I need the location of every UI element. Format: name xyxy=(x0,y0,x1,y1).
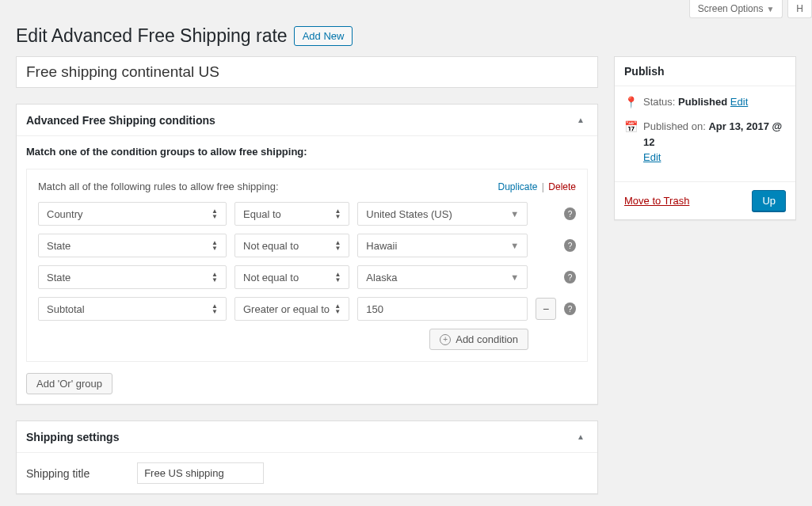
chevron-down-icon: ▼ xyxy=(766,5,774,13)
rule-value-input-wrap xyxy=(357,297,528,321)
help-toggle[interactable]: H xyxy=(787,0,812,18)
update-button[interactable]: Up xyxy=(752,190,786,211)
help-icon[interactable]: ? xyxy=(564,207,576,220)
help-icon[interactable]: ? xyxy=(564,271,576,283)
published-on-label: Published on: xyxy=(643,120,706,132)
remove-rule-button[interactable]: − xyxy=(536,298,556,320)
rule-field-value: Country xyxy=(47,208,83,220)
collapse-toggle-icon[interactable]: ▲ xyxy=(574,429,588,444)
rule-value-select[interactable]: United States (US) ▼ xyxy=(357,202,528,226)
collapse-toggle-icon[interactable]: ▲ xyxy=(574,112,588,127)
rule-value-select[interactable]: Alaska ▼ xyxy=(357,265,528,289)
chevron-down-icon: ▼ xyxy=(510,209,519,219)
status-value: Published xyxy=(678,96,727,108)
chevron-down-icon: ▼ xyxy=(510,272,519,282)
rule-value: United States (US) xyxy=(366,208,452,220)
rule-field-select[interactable]: State ▲▼ xyxy=(38,265,227,289)
shipping-settings-heading: Shipping settings xyxy=(26,431,119,443)
rule-value: Alaska xyxy=(366,272,397,283)
screen-options-toggle[interactable]: Screen Options ▼ xyxy=(689,0,783,18)
post-title-input[interactable] xyxy=(16,56,598,88)
help-icon[interactable]: ? xyxy=(564,239,576,252)
shipping-title-input[interactable] xyxy=(137,462,264,484)
rule-field-value: State xyxy=(47,240,71,252)
separator: | xyxy=(542,181,544,192)
rule-operator-select[interactable]: Not equal to ▲▼ xyxy=(234,234,349,257)
rule-value-select[interactable]: Hawaii ▼ xyxy=(357,234,528,257)
rule-value: Hawaii xyxy=(366,240,397,252)
sort-icon: ▲▼ xyxy=(212,303,218,314)
group-actions: Duplicate | Delete xyxy=(497,181,576,192)
rule-operator-value: Not equal to xyxy=(243,240,299,252)
rule-field-value: Subtotal xyxy=(47,303,85,315)
publish-postbox: Publish 📍 Status: Published Edit 📅 Publi… xyxy=(614,56,796,220)
shipping-title-label: Shipping title xyxy=(26,467,90,480)
sort-icon: ▲▼ xyxy=(334,208,341,219)
edit-status-link[interactable]: Edit xyxy=(730,96,748,108)
rule-operator-value: Equal to xyxy=(243,208,281,220)
plus-icon: + xyxy=(440,334,451,345)
condition-group: Match all of the following rules to allo… xyxy=(26,169,588,362)
move-to-trash-link[interactable]: Move to Trash xyxy=(624,195,689,207)
page-title: Edit Advanced Free Shipping rate xyxy=(16,25,288,47)
rule-operator-value: Not equal to xyxy=(243,272,299,283)
add-or-group-button[interactable]: Add 'Or' group xyxy=(26,373,112,394)
rule-value-input[interactable] xyxy=(366,298,519,320)
sort-icon: ▲▼ xyxy=(334,272,341,283)
pin-icon: 📍 xyxy=(624,94,637,111)
conditions-heading: Advanced Free Shipping conditions xyxy=(26,114,215,127)
publish-heading: Publish xyxy=(624,65,665,78)
edit-date-link[interactable]: Edit xyxy=(643,151,661,163)
rule-operator-value: Greater or equal to xyxy=(243,303,330,315)
help-label: H xyxy=(796,3,803,14)
rule-operator-select[interactable]: Greater or equal to ▲▼ xyxy=(234,297,349,321)
rule-field-select[interactable]: Subtotal ▲▼ xyxy=(38,297,227,321)
conditions-postbox: Advanced Free Shipping conditions ▲ Matc… xyxy=(16,104,598,405)
rule-row: Country ▲▼ Equal to ▲▼ United States (US… xyxy=(38,202,576,226)
screen-options-label: Screen Options xyxy=(698,3,764,14)
help-icon[interactable]: ? xyxy=(564,302,576,315)
sort-icon: ▲▼ xyxy=(334,240,341,251)
delete-group-link[interactable]: Delete xyxy=(548,181,576,192)
calendar-icon: 📅 xyxy=(624,119,637,135)
rule-row: Subtotal ▲▼ Greater or equal to ▲▼ − ? xyxy=(38,297,576,321)
status-label: Status: xyxy=(643,96,675,108)
chevron-down-icon: ▼ xyxy=(510,241,519,250)
sort-icon: ▲▼ xyxy=(212,272,218,283)
rule-operator-select[interactable]: Equal to ▲▼ xyxy=(234,202,349,226)
sort-icon: ▲▼ xyxy=(212,208,218,219)
rule-field-select[interactable]: State ▲▼ xyxy=(38,234,227,257)
group-description: Match all of the following rules to allo… xyxy=(38,181,279,192)
rule-operator-select[interactable]: Not equal to ▲▼ xyxy=(234,265,349,289)
sort-icon: ▲▼ xyxy=(212,240,218,251)
rule-field-value: State xyxy=(47,272,71,283)
add-condition-button[interactable]: + Add condition xyxy=(429,329,528,350)
rule-field-select[interactable]: Country ▲▼ xyxy=(38,202,227,226)
duplicate-group-link[interactable]: Duplicate xyxy=(497,181,537,192)
shipping-settings-postbox: Shipping settings ▲ Shipping title xyxy=(16,420,598,494)
add-condition-label: Add condition xyxy=(456,333,518,345)
sort-icon: ▲▼ xyxy=(334,303,341,314)
rule-row: State ▲▼ Not equal to ▲▼ Hawaii ▼ ? xyxy=(38,234,576,257)
add-new-button[interactable]: Add New xyxy=(294,26,353,46)
conditions-intro: Match one of the condition groups to all… xyxy=(26,146,588,158)
rule-row: State ▲▼ Not equal to ▲▼ Alaska ▼ ? xyxy=(38,265,576,289)
